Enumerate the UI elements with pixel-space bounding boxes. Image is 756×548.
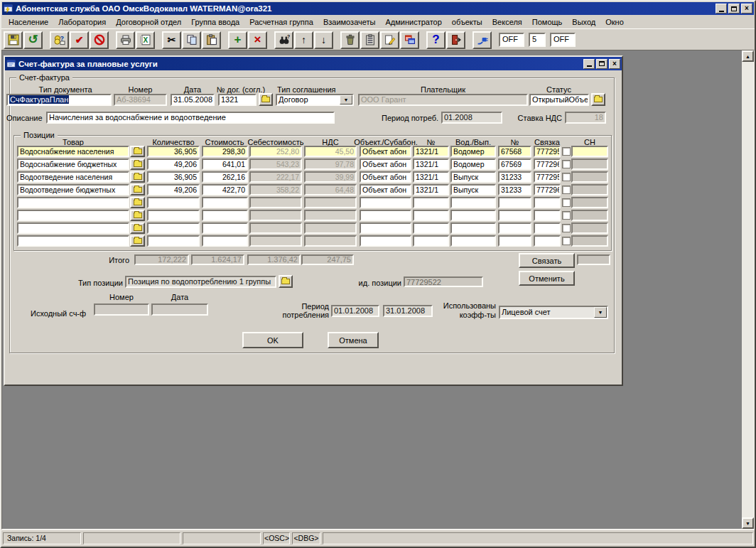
cell-meter-no[interactable]: 31233 [498, 184, 531, 195]
cell-product[interactable]: Водоснабжение населения [17, 146, 129, 157]
cell-meter[interactable]: Выпуск [450, 171, 496, 183]
cell-qty[interactable]: 49,206 [147, 184, 200, 195]
cell-link[interactable]: 777296 [534, 159, 561, 170]
cell-qty[interactable] [147, 235, 200, 247]
cell-meter[interactable]: Выпуск [450, 184, 496, 195]
cell-link[interactable] [534, 235, 561, 247]
execute-query-button[interactable]: ✔ [70, 31, 89, 49]
link-checkbox[interactable] [562, 160, 571, 168]
list-button[interactable] [360, 31, 379, 49]
close-button[interactable]: × [741, 4, 752, 14]
contract-folder-button[interactable] [259, 93, 273, 106]
link-checkbox[interactable] [562, 237, 571, 245]
scroll-down-button[interactable]: ▼ [742, 517, 754, 529]
cell-qty[interactable]: 36,905 [147, 171, 200, 183]
link-checkbox[interactable] [562, 147, 571, 156]
cell-link[interactable]: 777296 [534, 184, 561, 195]
cell-object[interactable]: Объект абон [360, 184, 411, 195]
menu-obekty[interactable]: объекты [447, 16, 487, 28]
cell-link[interactable] [534, 210, 561, 221]
position-type-field[interactable]: Позиция по водопотреблению 1 группы [125, 276, 276, 288]
status-field[interactable]: ОткрытыйОбъе [529, 94, 589, 106]
menu-naselenie[interactable]: Население [4, 16, 53, 28]
cell-meter-no[interactable]: 67568 [498, 146, 531, 157]
period-field[interactable]: 01.2008 [441, 112, 502, 124]
menu-laboratoriya[interactable]: Лаборатория [53, 16, 111, 28]
toolbar-field-off-2[interactable]: OFF [550, 33, 576, 47]
ok-button[interactable]: OK [242, 332, 303, 348]
cell-meter[interactable]: Водомер [450, 159, 496, 170]
agreement-dropdown-button[interactable]: ▼ [340, 95, 352, 104]
cell-meter[interactable] [450, 222, 496, 234]
product-folder-button[interactable] [130, 159, 145, 170]
product-folder-button[interactable] [130, 171, 145, 183]
rollback-button[interactable]: ↺ [23, 31, 43, 49]
maximize-button[interactable] [728, 4, 740, 14]
cell-qty[interactable]: 49,206 [147, 159, 200, 170]
cell-object-no[interactable] [413, 197, 449, 208]
cell-meter-no[interactable] [498, 222, 531, 234]
cell-object-no[interactable]: 1321/1 [413, 159, 449, 170]
cell-meter[interactable] [450, 197, 496, 208]
link-code-field[interactable] [577, 254, 610, 265]
previous-record-button[interactable]: ↑ [294, 31, 313, 49]
cell-object-no[interactable] [413, 210, 449, 221]
cell-object[interactable] [360, 197, 411, 208]
menu-vykhod[interactable]: Выход [567, 16, 600, 28]
link-checkbox[interactable] [562, 186, 571, 194]
cell-cost[interactable]: 262,16 [202, 171, 248, 183]
menu-okno[interactable]: Окно [600, 16, 629, 28]
menu-gruppa-vvoda[interactable]: Группа ввода [186, 16, 244, 28]
cell-cost[interactable]: 641,01 [202, 159, 248, 170]
agreement-dropdown[interactable]: Договор ▼ [276, 94, 354, 106]
cell-meter-no[interactable]: 31233 [498, 171, 531, 183]
cell-product[interactable]: Водоотведение бюджетных [17, 184, 129, 195]
cell-meter[interactable]: Водомер [450, 146, 496, 157]
toolbar-field-counter[interactable]: 5 [529, 33, 546, 47]
unlink-button[interactable]: Отменить [519, 271, 575, 286]
cell-cost[interactable] [202, 235, 248, 247]
cell-link[interactable]: 777295 [534, 146, 561, 157]
cell-meter-no[interactable]: 67569 [498, 159, 531, 170]
product-folder-button[interactable] [130, 197, 145, 208]
windows-cascade-button[interactable] [400, 31, 419, 49]
cell-cost[interactable]: 422,70 [202, 184, 248, 195]
cell-object[interactable] [360, 235, 411, 247]
cell-object[interactable]: Объект абон [360, 146, 411, 157]
cell-meter-no[interactable] [498, 197, 531, 208]
menu-pomosch[interactable]: Помощь [527, 16, 568, 28]
enter-query-button[interactable]: ? [50, 31, 69, 49]
cell-product[interactable] [17, 235, 129, 247]
product-folder-button[interactable] [130, 235, 145, 247]
cell-object[interactable] [360, 210, 411, 221]
contract-field[interactable]: 1321 [218, 94, 256, 106]
position-type-folder-button[interactable] [279, 275, 293, 288]
delete-record-button[interactable]: × [248, 31, 267, 49]
cell-object[interactable]: Объект абон [360, 159, 411, 170]
cell-meter[interactable] [450, 235, 496, 247]
product-folder-button[interactable] [130, 146, 145, 157]
cut-button[interactable]: ✂ [162, 31, 181, 49]
link-checkbox[interactable] [562, 211, 571, 220]
link-checkbox[interactable] [562, 173, 571, 181]
menu-administrator[interactable]: Администратор [380, 16, 446, 28]
help-button[interactable]: ? [426, 31, 446, 49]
link-checkbox[interactable] [562, 224, 571, 232]
insert-record-button[interactable]: + [228, 31, 247, 49]
clear-button[interactable] [340, 31, 360, 49]
cell-cost[interactable] [202, 210, 248, 221]
dialog-close-button[interactable]: × [609, 59, 620, 69]
paste-button[interactable] [202, 31, 221, 49]
save-button[interactable] [4, 31, 23, 49]
cell-qty[interactable]: 36,905 [147, 146, 200, 157]
link-checkbox[interactable] [562, 198, 571, 207]
scroll-up-button[interactable]: ▲ [742, 50, 754, 62]
cell-object[interactable]: Объект абон [360, 171, 411, 183]
status-folder-button[interactable] [591, 93, 605, 106]
toolbar-field-off-1[interactable]: OFF [499, 33, 524, 47]
copy-button[interactable] [182, 31, 201, 49]
menu-vzaimozachety[interactable]: Взаимозачеты [318, 16, 381, 28]
cell-object[interactable] [360, 222, 411, 234]
cancel-query-button[interactable] [90, 31, 109, 49]
exit-button[interactable] [446, 31, 465, 49]
